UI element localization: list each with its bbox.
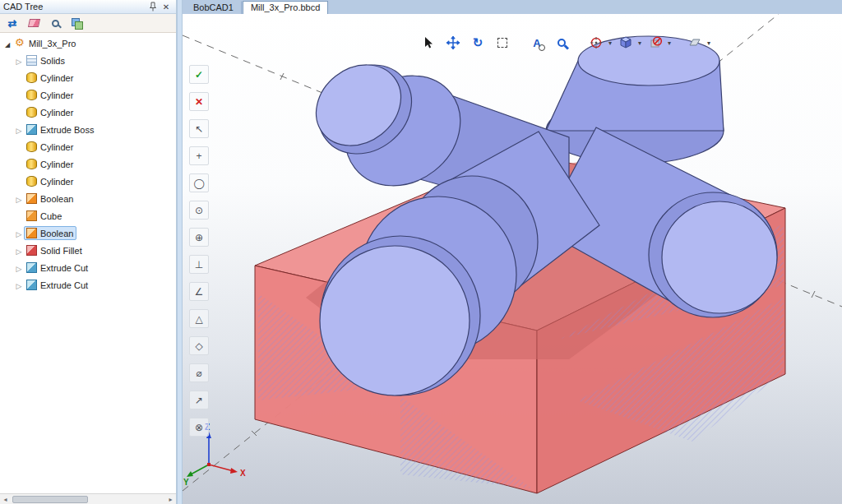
pin-icon[interactable]: [146, 1, 160, 12]
panel-splitter[interactable]: [177, 0, 183, 504]
tree-item[interactable]: Solid Fillet: [0, 242, 176, 259]
cylinder-icon: [26, 90, 37, 100]
tree-item-label: Cylinder: [40, 177, 73, 187]
main-area: BobCAD1 Mill_3x_Pro.bbcd: [183, 0, 842, 504]
tab-bobcad1[interactable]: BobCAD1: [185, 1, 242, 14]
cancel-button[interactable]: ✕: [189, 92, 209, 111]
expander-icon[interactable]: [14, 280, 24, 290]
tree-item[interactable]: Boolean: [0, 190, 176, 207]
tree-item[interactable]: Cylinder: [0, 138, 176, 155]
scroll-left-icon[interactable]: ◂: [0, 496, 11, 503]
cylinder-icon: [26, 141, 37, 152]
expander-icon[interactable]: [14, 246, 24, 256]
layers-icon[interactable]: [68, 16, 85, 30]
tree-item-label: Cylinder: [40, 108, 73, 118]
tree-item-label: Solids: [40, 56, 65, 66]
scrollbar-thumb[interactable]: [12, 496, 88, 503]
expander-icon[interactable]: [14, 263, 24, 273]
3d-viewport[interactable]: Z X Y ↻ A: [183, 14, 842, 504]
expander-icon[interactable]: [14, 194, 24, 204]
shaded-view-cube-icon[interactable]: [615, 32, 636, 53]
expander-icon[interactable]: [14, 56, 24, 66]
blank-hide-icon[interactable]: [645, 32, 666, 53]
snap-point-button[interactable]: +: [189, 146, 209, 165]
snap-intersection-button[interactable]: ⊗: [189, 418, 209, 437]
cad-tree-toolbar: [0, 14, 176, 33]
boolean-icon: [26, 193, 37, 204]
tree-item[interactable]: Cylinder: [0, 86, 176, 104]
tree-item[interactable]: Cylinder: [0, 69, 176, 86]
sync-icon[interactable]: [4, 16, 21, 30]
tree-item-label: Solid Fillet: [40, 246, 82, 256]
workplane-icon[interactable]: [585, 32, 607, 53]
extrude-cut-icon: [26, 262, 37, 273]
snap-angle-button[interactable]: ∠: [189, 282, 209, 301]
select-arrow-icon[interactable]: [418, 32, 439, 53]
gear-icon: [15, 38, 25, 49]
rotate-icon[interactable]: ↻: [467, 32, 488, 53]
cylinder-icon: [26, 107, 37, 118]
tree-item-label: Cube: [40, 211, 62, 221]
zoom-all-icon[interactable]: A: [526, 32, 548, 53]
close-icon[interactable]: ✕: [160, 1, 173, 12]
snap-midpoint-button[interactable]: ◇: [189, 336, 209, 355]
snap-circle-button[interactable]: ◯: [189, 173, 209, 192]
snap-vector-button[interactable]: ↗: [189, 391, 209, 409]
scroll-right-icon[interactable]: ▸: [165, 496, 176, 503]
snap-plane-button[interactable]: △: [189, 309, 209, 328]
tree-item[interactable]: Cylinder: [0, 104, 176, 121]
panel-title: CAD Tree: [3, 2, 146, 12]
snap-center-button[interactable]: ⊙: [189, 201, 209, 220]
search-icon[interactable]: [47, 16, 63, 30]
viewport-toolbar: ↻ A ▾ ▾ ▾: [418, 32, 710, 53]
cylinder-icon: [26, 176, 37, 187]
chevron-down-icon[interactable]: ▾: [668, 39, 671, 47]
tree-item[interactable]: Extrude Cut: [0, 259, 176, 276]
solids-icon: [26, 55, 37, 66]
ok-button[interactable]: ✓: [189, 65, 209, 84]
tab-mill-3x-pro[interactable]: Mill_3x_Pro.bbcd: [243, 1, 328, 14]
pan-icon[interactable]: [442, 32, 464, 53]
cad-tree-panel: CAD Tree ✕ Mill_3x_Pro Solids Cylin: [0, 0, 177, 504]
document-tab-bar: BobCAD1 Mill_3x_Pro.bbcd: [183, 0, 842, 14]
tree-item[interactable]: Cylinder: [0, 155, 176, 173]
tree-item-label: Extrude Cut: [40, 280, 88, 290]
tree-item[interactable]: Solids: [0, 52, 176, 69]
extrude-boss-icon: [26, 124, 37, 135]
horizontal-scrollbar[interactable]: ◂ ▸: [0, 493, 176, 504]
snap-cursor-button[interactable]: ↖: [189, 119, 209, 138]
chevron-down-icon[interactable]: ▾: [638, 39, 641, 47]
view-orientation-icon[interactable]: [684, 32, 706, 53]
tree-item[interactable]: Extrude Cut: [0, 276, 176, 294]
axis-label-x: X: [240, 469, 246, 478]
tree-item-root[interactable]: Mill_3x_Pro: [0, 35, 176, 52]
tree-item-selected[interactable]: Boolean: [0, 224, 176, 242]
tree-item-label: Boolean: [40, 229, 73, 238]
cube-icon: [26, 210, 37, 221]
expander-icon[interactable]: [2, 39, 12, 49]
cad-tree-panel-header: CAD Tree ✕: [0, 0, 176, 14]
snap-toolbar: ✓ ✕ ↖ + ◯ ⊙ ⊕ ⊥ ∠ △ ◇ ⌀ ↗ ⊗: [189, 65, 209, 437]
tree-item-label: Boolean: [40, 194, 73, 204]
box-select-icon[interactable]: [492, 32, 513, 53]
eraser-icon[interactable]: [25, 16, 42, 30]
solid-fillet-icon: [26, 245, 37, 256]
cylinder-icon: [26, 159, 37, 169]
extrude-cut-icon: [26, 280, 37, 290]
expander-icon[interactable]: [14, 125, 24, 135]
tree-item-label: Extrude Boss: [40, 125, 94, 135]
tree-item-label: Cylinder: [40, 90, 73, 100]
axis-label-y: Y: [183, 478, 189, 487]
expander-icon[interactable]: [14, 229, 24, 238]
chevron-down-icon[interactable]: ▾: [707, 39, 710, 47]
snap-perpendicular-button[interactable]: ⊥: [189, 255, 209, 274]
tree-item-label: Cylinder: [40, 142, 73, 152]
tree-item-label: Mill_3x_Pro: [29, 39, 76, 49]
tree-item[interactable]: Cube: [0, 207, 176, 224]
chevron-down-icon[interactable]: ▾: [608, 39, 612, 47]
snap-diameter-button[interactable]: ⌀: [189, 363, 209, 382]
snap-quadrant-button[interactable]: ⊕: [189, 228, 209, 247]
zoom-window-icon[interactable]: [551, 32, 572, 53]
tree-item[interactable]: Extrude Boss: [0, 121, 176, 138]
tree-item[interactable]: Cylinder: [0, 173, 176, 190]
